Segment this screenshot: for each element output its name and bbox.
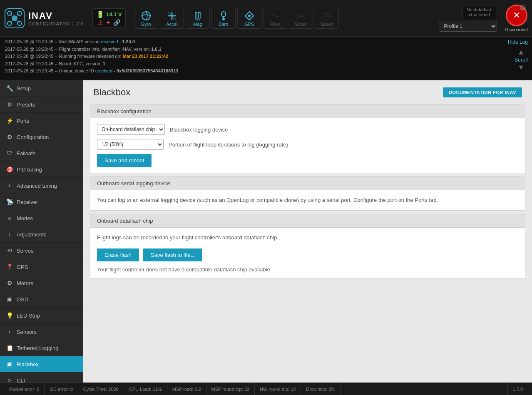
sidebar-item-presets[interactable]: ⚙ Presets	[0, 97, 83, 113]
advanced-tuning-icon: +	[6, 182, 13, 189]
battery-voltage: 🔋 14.1 V	[96, 10, 122, 18]
documentation-button[interactable]: DOCUMENTATION FOR INAV	[443, 87, 522, 97]
sidebar-item-servos[interactable]: ⟲ Servos	[0, 243, 83, 259]
modes-icon: ≡	[6, 214, 13, 222]
device-row: On-board dataflash chip Serial port SD c…	[97, 124, 518, 135]
sidebar-item-pid-tuning[interactable]: 🎯 PID tuning	[0, 161, 83, 178]
sidebar-item-led-strip[interactable]: 💡 LED Strip	[0, 308, 83, 324]
link-icon: 🔗	[113, 19, 120, 26]
status-bar: Packet error: 0 I2C error: 0 Cycle Time:…	[0, 383, 532, 395]
battery-icon: 🔋	[96, 10, 104, 18]
blackbox-config-section: Blackbox configuration On-board dataflas…	[90, 104, 525, 173]
app-title: INAV	[28, 10, 84, 21]
app-version: 1.7.0	[507, 383, 528, 395]
dataflash-header: Onboard dataflash chip	[90, 214, 525, 228]
cycle-time: Cycle Time: 2009	[78, 383, 124, 395]
svg-point-11	[222, 18, 225, 20]
log-line-5: 2017-05-28 @ 19:20:45 -- Unique device I…	[5, 67, 527, 75]
sensor-gps[interactable]: GPS	[237, 8, 261, 29]
sidebar-item-sensors[interactable]: + Sensors	[0, 324, 83, 340]
sidebar-item-setup[interactable]: 🔧 Setup	[0, 80, 83, 97]
main-layout: 🔧 Setup ⚙ Presets ⚡ Ports ⚙ Configuratio…	[0, 80, 532, 383]
no-chip-text: Your flight controller does not have a c…	[97, 266, 518, 273]
ports-icon: ⚡	[6, 117, 13, 124]
blackbox-config-body: On-board dataflash chip Serial port SD c…	[90, 118, 525, 173]
led-strip-icon: 💡	[6, 312, 13, 319]
setup-icon: 🔧	[6, 84, 13, 92]
svg-point-12	[248, 15, 251, 17]
receiver-icon: 📡	[6, 198, 13, 206]
sensor-baro[interactable]: Baro	[211, 8, 236, 29]
erase-flash-button[interactable]: Erase flash	[97, 248, 139, 261]
logo-text: INAV CONFIGURATOR 1.7.0	[28, 10, 84, 26]
log-line-4: 2017-05-28 @ 19:20:45 -- Board: KFC, ver…	[5, 60, 527, 68]
logo: INAV CONFIGURATOR 1.7.0	[4, 8, 84, 29]
device-label: Blackbox logging device	[170, 127, 228, 133]
failsafe-icon: 🛡	[6, 149, 13, 157]
sensor-speed[interactable]: Speed	[315, 8, 339, 29]
sensor-gyro[interactable]: Gyro	[134, 8, 158, 29]
sidebar-item-ports[interactable]: ⚡ Ports	[0, 113, 83, 129]
pid-icon: 🎯	[6, 166, 13, 173]
app-subtitle: CONFIGURATOR 1.7.0	[28, 21, 84, 26]
page-title: Blackbox	[93, 87, 130, 98]
sensor-sonar[interactable]: Sonar	[289, 8, 313, 29]
blackbox-icon: ▣	[6, 360, 13, 368]
msp-load: MSP load: 0.2	[167, 383, 206, 395]
sidebar-item-configuration[interactable]: ⚙ Configuration	[0, 129, 83, 145]
cli-icon: >	[6, 377, 13, 383]
sidebar-item-tethered-logging[interactable]: 📋 Tethered Logging	[0, 340, 83, 356]
sidebar-item-gps[interactable]: 📍 GPS	[0, 259, 83, 275]
profile-block: No dataflash chip found Profile 1	[439, 5, 497, 32]
osd-icon: ▣	[6, 296, 13, 303]
save-reboot-button[interactable]: Save and reboot	[97, 154, 152, 167]
configuration-icon: ⚙	[6, 133, 13, 141]
dataflash-info: Flight logs can be recorded to your flig…	[97, 234, 518, 242]
save-flash-button[interactable]: Save flash to file...	[143, 248, 202, 261]
rate-label: Portion of flight loop iterations to log…	[169, 142, 288, 148]
motors-icon: ⚙	[6, 279, 13, 287]
tethered-logging-icon: 📋	[6, 344, 13, 352]
logging-rate-select[interactable]: 1/1 (100%) 1/2 (50%) 1/4 (25%) 1/8 (12%)	[97, 139, 164, 150]
drop-ratio: Drop ratio: 0%	[301, 383, 341, 395]
sidebar-item-receiver[interactable]: 📡 Receiver	[0, 194, 83, 210]
sidebar-item-motors[interactable]: ⚙ Motors	[0, 275, 83, 291]
log-line-2: 2017-05-28 @ 19:20:45 -- Flight controll…	[5, 46, 527, 53]
warning-icon: ⚠	[98, 19, 103, 26]
profile-select[interactable]: Profile 1	[439, 21, 497, 32]
outboard-body: You can log to an external logging devic…	[90, 190, 525, 210]
sidebar-item-advanced-tuning[interactable]: + Advanced tuning	[0, 178, 83, 194]
sensor-buttons: Gyro Accel Mag Baro GPS Flow Sonar Spee	[134, 8, 339, 29]
scroll-up-button[interactable]: ▲	[514, 48, 528, 56]
sidebar-item-failsafe[interactable]: 🛡 Failsafe	[0, 145, 83, 161]
page-header: Blackbox DOCUMENTATION FOR INAV	[83, 80, 532, 101]
sidebar-item-adjustments[interactable]: ↕ Adjustments	[0, 226, 83, 243]
outboard-header: Outboard serial logging device	[90, 177, 525, 190]
log-line-3: 2017-05-28 @ 19:20:45 -- Running firmwar…	[5, 53, 527, 60]
sensor-mag[interactable]: Mag	[186, 8, 210, 29]
sensors-icon: +	[6, 328, 13, 335]
signal-icon: ✦	[106, 19, 111, 26]
sidebar-item-cli[interactable]: > CLI	[0, 373, 83, 383]
sidebar-item-blackbox[interactable]: ▣ Blackbox	[0, 356, 83, 373]
logging-device-select[interactable]: On-board dataflash chip Serial port SD c…	[97, 124, 165, 135]
hw-round-trip: HW round trip: 18	[255, 383, 301, 395]
log-line-1: 2017-05-28 @ 19:20:45 -- MultiWii API ve…	[5, 38, 527, 46]
sidebar-item-osd[interactable]: ▣ OSD	[0, 291, 83, 308]
hide-log-button[interactable]: Hide Log	[508, 39, 528, 45]
gps-icon: 📍	[6, 263, 13, 271]
dataflash-buttons: Erase flash Save flash to file...	[97, 248, 518, 261]
content-area: Blackbox DOCUMENTATION FOR INAV Blackbox…	[83, 80, 532, 383]
sensor-flow[interactable]: Flow	[263, 8, 287, 29]
settings-icon[interactable]: ⚙	[520, 3, 526, 12]
msp-round-trip: MSP round trip: 32	[206, 383, 255, 395]
sensor-accel[interactable]: Accel	[160, 8, 184, 29]
sidebar-item-modes[interactable]: ≡ Modes	[0, 210, 83, 226]
outboard-info: You can log to an external logging devic…	[97, 196, 518, 204]
adjustments-icon: ↕	[6, 231, 13, 238]
blackbox-config-header: Blackbox configuration	[90, 105, 525, 118]
scroll-down-button[interactable]: ▼	[514, 64, 528, 71]
svg-rect-9	[221, 12, 226, 17]
servos-icon: ⟲	[6, 247, 13, 254]
no-dataflash-notice: No dataflash chip found	[462, 5, 497, 19]
